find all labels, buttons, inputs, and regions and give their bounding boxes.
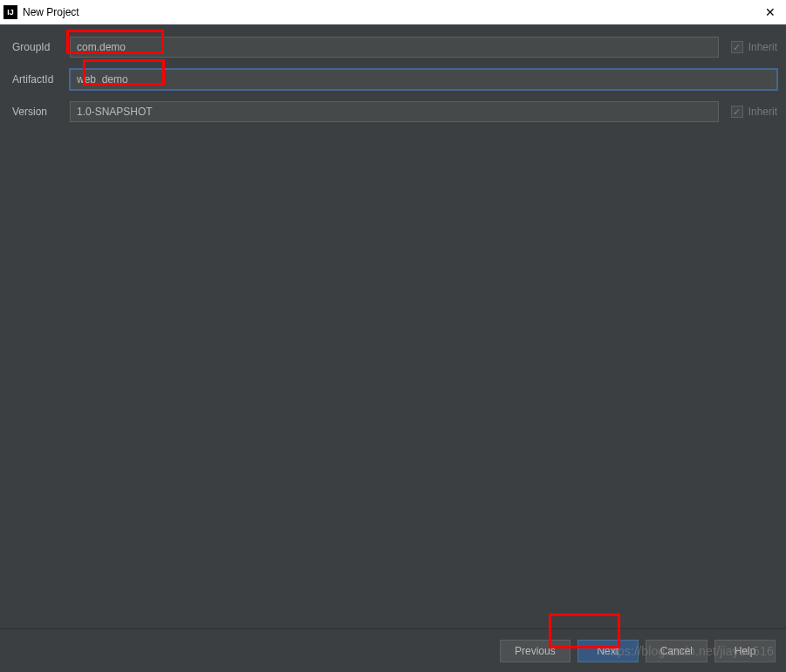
form-content: GroupId Inherit ArtifactId Version Inher… [0,24,786,122]
version-row: Version Inherit [12,101,777,122]
groupid-inherit-wrap: Inherit [731,41,777,53]
groupid-inherit-checkbox[interactable] [731,41,743,53]
previous-button[interactable]: Previous [500,640,571,662]
version-input[interactable] [70,101,719,122]
close-icon[interactable]: ✕ [762,5,779,19]
dialog-footer: Previous Next Cancel Help [0,628,786,672]
artifactid-row: ArtifactId [12,69,777,90]
version-inherit-wrap: Inherit [731,106,777,118]
titlebar-left: IJ New Project [3,5,79,19]
app-icon: IJ [3,5,17,19]
version-inherit-checkbox[interactable] [731,106,743,118]
window-titlebar: IJ New Project ✕ [0,0,786,24]
cancel-button[interactable]: Cancel [646,640,707,662]
version-label: Version [12,106,70,118]
version-inherit-label: Inherit [748,106,777,118]
groupid-input-wrap [70,37,719,58]
artifactid-input[interactable] [70,69,777,90]
groupid-row: GroupId Inherit [12,37,777,58]
groupid-inherit-label: Inherit [748,41,777,53]
version-input-wrap [70,101,719,122]
groupid-label: GroupId [12,41,70,53]
next-button[interactable]: Next [578,640,639,662]
window-title: New Project [23,6,79,18]
help-button[interactable]: Help [714,640,776,662]
groupid-input[interactable] [70,37,719,58]
artifactid-input-wrap [70,69,777,90]
artifactid-label: ArtifactId [12,73,70,86]
